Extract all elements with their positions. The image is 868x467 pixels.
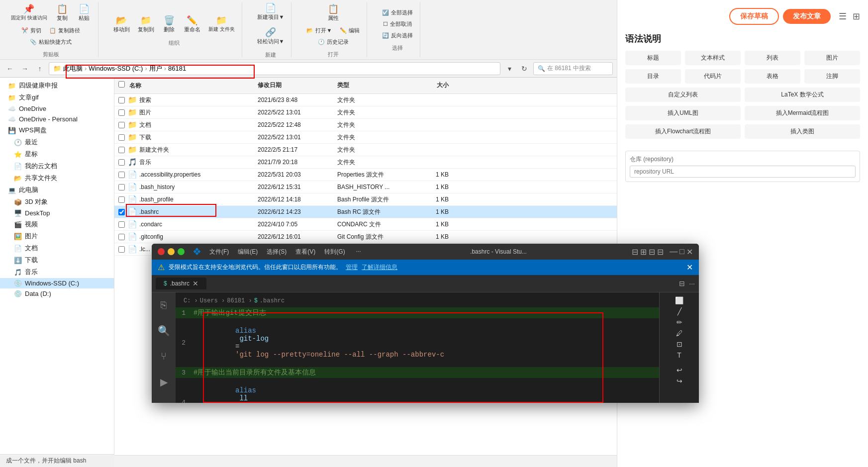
maximize-icon[interactable]: □ bbox=[679, 247, 684, 256]
refresh-button[interactable]: ↻ bbox=[518, 63, 530, 75]
menu-more[interactable]: ··· bbox=[352, 247, 365, 257]
save-draft-button[interactable]: 保存草稿 bbox=[729, 8, 779, 25]
sidebar-item-thispc[interactable]: 💻 此电脑 bbox=[0, 184, 114, 196]
syntax-item-text-style[interactable]: 文本样式 bbox=[685, 51, 741, 65]
sidebar-item-video[interactable]: 🎬 视频 bbox=[0, 218, 114, 230]
new-folder-button[interactable]: 📁 新建 文件夹 bbox=[205, 13, 238, 35]
close-icon[interactable]: ✕ bbox=[686, 247, 693, 257]
cut-button[interactable]: ✂️ 剪切 bbox=[18, 26, 44, 35]
manage-link[interactable]: 管理 bbox=[346, 263, 358, 272]
repo-input[interactable] bbox=[630, 166, 856, 178]
syntax-item-heading[interactable]: 标题 bbox=[625, 51, 681, 65]
split-editor-icon[interactable]: ⊟ bbox=[632, 247, 638, 257]
table-row[interactable]: 📁下载 2022/5/22 13:01 文件夹 bbox=[114, 131, 617, 144]
address-path[interactable]: 📁 此电脑 › Windows-SSD (C:) › 用户 › 86181 bbox=[49, 62, 500, 75]
syntax-item-mermaid[interactable]: 插入Mermaid流程图 bbox=[745, 106, 860, 120]
syntax-item-table[interactable]: 表格 bbox=[745, 69, 800, 84]
invert-selection-button[interactable]: 🔄 反向选择 bbox=[379, 31, 416, 40]
open-button[interactable]: 📂 打开▼ bbox=[303, 26, 335, 35]
annotation-highlight-icon[interactable]: 🖊 bbox=[676, 329, 683, 337]
menu-file[interactable]: 文件(F) bbox=[205, 247, 233, 257]
row-checkbox[interactable] bbox=[118, 221, 125, 228]
syntax-item-toc[interactable]: 目录 bbox=[625, 69, 681, 84]
sidebar-item-cloud-docs[interactable]: 📄 我的云文档 bbox=[0, 160, 114, 172]
sidebar-item-3dobjects[interactable]: 📦 3D 对象 bbox=[0, 196, 114, 208]
annotation-text-icon[interactable]: T bbox=[677, 351, 681, 359]
tab-close-button[interactable]: ✕ bbox=[193, 280, 198, 287]
row-checkbox[interactable] bbox=[118, 109, 125, 116]
syntax-item-footnote[interactable]: 注脚 bbox=[804, 69, 860, 84]
edit-button[interactable]: ✏️ 编辑 bbox=[337, 26, 363, 35]
window-close-button[interactable] bbox=[158, 248, 165, 255]
col-header-name[interactable]: 名称 bbox=[114, 80, 254, 92]
grid-icon[interactable]: ⊞ bbox=[853, 11, 860, 22]
row-checkbox[interactable] bbox=[118, 196, 125, 203]
publish-button[interactable]: 发布文章 bbox=[783, 9, 831, 24]
sidebar-item-data-d[interactable]: 💿 Data (D:) bbox=[0, 288, 114, 299]
annotation-line-icon[interactable]: ╱ bbox=[677, 307, 681, 315]
sidebar-item-shared[interactable]: 📂 共享文件夹 bbox=[0, 172, 114, 184]
learn-more-link[interactable]: 了解详细信息 bbox=[362, 263, 397, 272]
copy-path-button[interactable]: 📋 复制路径 bbox=[46, 26, 83, 35]
sidebar-item-onedrive[interactable]: ☁️ OneDrive bbox=[0, 103, 114, 114]
move-to-button[interactable]: 📂 移动到 bbox=[110, 13, 133, 35]
sidebar-item-desktop[interactable]: 🖥️ DeskTop bbox=[0, 208, 114, 218]
menu-selection[interactable]: 选择(S) bbox=[263, 247, 290, 257]
minimize-icon[interactable]: — bbox=[670, 247, 677, 256]
row-checkbox[interactable] bbox=[118, 209, 125, 215]
table-row[interactable]: 📄.bash_history 2022/6/12 15:31 BASH_HIST… bbox=[114, 181, 617, 193]
restricted-close-button[interactable]: ✕ bbox=[686, 263, 693, 272]
paste-button[interactable]: 📄 粘贴 bbox=[74, 1, 94, 24]
row-checkbox[interactable] bbox=[118, 246, 125, 253]
up-button[interactable]: ↑ bbox=[34, 63, 46, 75]
annotation-pen-icon[interactable]: ✏ bbox=[676, 318, 682, 326]
sidebar-item-recent[interactable]: 🕐 最近 bbox=[0, 136, 114, 148]
more-actions-button[interactable]: ··· bbox=[689, 280, 695, 287]
source-control-button[interactable]: ⑂ bbox=[158, 348, 170, 365]
annotation-redo-icon[interactable]: ↪ bbox=[676, 377, 682, 385]
explorer-button[interactable]: ⎘ bbox=[158, 296, 170, 314]
split-right-icon[interactable]: ⊞ bbox=[640, 247, 647, 257]
col-header-date[interactable]: 修改日期 bbox=[254, 80, 333, 92]
syntax-item-class-diagram[interactable]: 插入类图 bbox=[745, 124, 860, 139]
customize-layout-icon[interactable]: ⊟ bbox=[657, 247, 664, 257]
table-row[interactable]: 📁文档 2022/5/22 12:48 文件夹 bbox=[114, 119, 617, 131]
col-header-type[interactable]: 类型 bbox=[333, 80, 413, 92]
paste-shortcut-button[interactable]: 📎 粘贴快捷方式 bbox=[27, 37, 75, 47]
sidebar-item-starred[interactable]: ⭐ 星标 bbox=[0, 148, 114, 160]
syntax-item-uml[interactable]: 插入UML图 bbox=[625, 106, 741, 120]
pin-to-quickaccess-button[interactable]: 📌 固定到 快速访问 bbox=[8, 1, 50, 23]
menu-goto[interactable]: 转到(G) bbox=[320, 247, 349, 257]
row-checkbox[interactable] bbox=[118, 122, 125, 128]
rename-button[interactable]: ✏️ 重命名 bbox=[181, 13, 203, 35]
sidebar-item-wps[interactable]: 💾 WPS网盘 bbox=[0, 124, 114, 136]
forward-button[interactable]: → bbox=[19, 63, 31, 75]
back-button[interactable]: ← bbox=[4, 63, 16, 75]
select-all-checkbox[interactable] bbox=[118, 81, 125, 88]
sidebar-item-windows-ssd[interactable]: 💿 Windows-SSD (C:) bbox=[0, 278, 114, 288]
table-row[interactable]: 📁图片 2022/5/22 13:01 文件夹 bbox=[114, 106, 617, 119]
new-item-button[interactable]: 📄 新建项目▼ bbox=[254, 0, 288, 23]
table-row[interactable]: 📁新建文件夹 2022/2/5 21:17 文件夹 bbox=[114, 144, 617, 156]
sidebar-item-onedrive-personal[interactable]: ☁️ OneDrive - Personal bbox=[0, 114, 114, 124]
table-row[interactable]: 🎵音乐 2021/7/9 20:18 文件夹 bbox=[114, 156, 617, 169]
delete-button[interactable]: 🗑️ 删除 bbox=[159, 13, 179, 35]
sidebar-item-music[interactable]: 🎵 音乐 bbox=[0, 266, 114, 278]
table-row[interactable]: 📄.accessibility.properties 2022/5/31 20:… bbox=[114, 169, 617, 181]
extensions-button[interactable]: ⊞ bbox=[157, 399, 171, 403]
row-checkbox[interactable] bbox=[118, 172, 125, 178]
table-row[interactable]: 📁搜索 2021/6/23 8:48 文件夹 bbox=[114, 94, 617, 106]
copy-button[interactable]: 📋 复制 bbox=[52, 1, 72, 24]
split-editor-button[interactable]: ⊟ bbox=[679, 280, 685, 287]
search-button[interactable]: 🔍 bbox=[155, 322, 173, 340]
row-checkbox[interactable] bbox=[118, 159, 125, 166]
row-checkbox[interactable] bbox=[118, 184, 125, 190]
properties-button[interactable]: 📋 属性 bbox=[323, 1, 343, 24]
layout-icon[interactable]: ⊟ bbox=[649, 247, 655, 257]
history-button[interactable]: 🕐 历史记录 bbox=[315, 37, 352, 47]
sidebar-item-documents[interactable]: 📄 文档 bbox=[0, 242, 114, 254]
row-checkbox[interactable] bbox=[118, 147, 125, 153]
syntax-item-code[interactable]: 代码片 bbox=[685, 69, 741, 84]
annotation-crop-icon[interactable]: ⊡ bbox=[676, 340, 682, 348]
table-row[interactable]: 📄.bash_profile 2022/6/12 14:18 Bash Prof… bbox=[114, 193, 617, 206]
